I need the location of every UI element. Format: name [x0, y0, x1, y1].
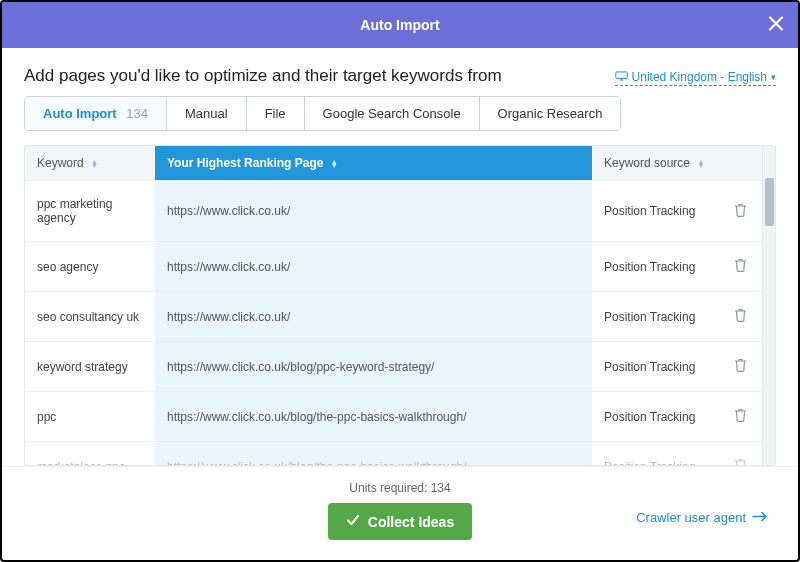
col-page-header[interactable]: Your Highest Ranking Page ▲▼ [155, 146, 592, 181]
sort-icon: ▲▼ [91, 160, 98, 168]
trash-icon[interactable] [734, 261, 747, 275]
col-source-header[interactable]: Keyword source ▲▼ [592, 146, 722, 181]
close-icon[interactable] [768, 14, 784, 37]
check-icon [346, 513, 360, 530]
auto-import-modal: Auto Import Add pages you'd like to opti… [0, 0, 800, 562]
cell-delete [722, 292, 762, 342]
chevron-down-icon: ▾ [771, 72, 776, 82]
sort-icon: ▲▼ [331, 160, 338, 168]
arrow-right-icon [752, 509, 768, 524]
cell-source: Position Tracking [592, 242, 722, 292]
table-row: marketplace ppc https://www.click.co.uk/… [25, 442, 762, 466]
cell-page: https://www.click.co.uk/blog/the-ppc-bas… [155, 392, 592, 442]
table-row: ppc https://www.click.co.uk/blog/the-ppc… [25, 392, 762, 442]
cell-source: Position Tracking [592, 392, 722, 442]
cell-source: Position Tracking [592, 181, 722, 242]
cell-keyword: marketplace ppc [25, 442, 155, 466]
keywords-table: Keyword ▲▼ Your Highest Ranking Page ▲▼ … [25, 146, 762, 465]
modal-body: Add pages you'd like to optimize and the… [2, 48, 798, 466]
cell-delete [722, 392, 762, 442]
tab-label: Manual [185, 106, 228, 121]
col-delete-header [722, 146, 762, 181]
cell-page: https://www.click.co.uk/ [155, 242, 592, 292]
cell-delete [722, 442, 762, 466]
tab-file[interactable]: File [247, 97, 305, 130]
cell-delete [722, 342, 762, 392]
tab-gsc[interactable]: Google Search Console [305, 97, 480, 130]
col-keyword-header[interactable]: Keyword ▲▼ [25, 146, 155, 181]
cell-delete [722, 242, 762, 292]
col-label: Keyword source [604, 156, 690, 170]
trash-icon[interactable] [734, 206, 747, 220]
cell-keyword: seo consultancy uk [25, 292, 155, 342]
modal-title: Auto Import [360, 17, 439, 33]
table-scroll[interactable]: Keyword ▲▼ Your Highest Ranking Page ▲▼ … [25, 146, 762, 465]
table-body: ppc marketing agency https://www.click.c… [25, 181, 762, 466]
import-tabs: Auto Import 134 Manual File Google Searc… [24, 96, 621, 131]
col-label: Keyword [37, 156, 84, 170]
tab-label: Google Search Console [323, 106, 461, 121]
collect-ideas-button[interactable]: Collect Ideas [328, 503, 472, 540]
cell-keyword: seo agency [25, 242, 155, 292]
col-label: Your Highest Ranking Page [167, 156, 323, 170]
trash-icon[interactable] [734, 461, 747, 465]
scroll-thumb[interactable] [765, 178, 774, 226]
table-container: Keyword ▲▼ Your Highest Ranking Page ▲▼ … [24, 145, 776, 466]
units-required: Units required: 134 [24, 481, 776, 495]
tab-count: 134 [126, 106, 148, 121]
locale-label: United Kingdom - English [632, 70, 767, 84]
tab-manual[interactable]: Manual [167, 97, 247, 130]
crawler-label: Crawler user agent [636, 509, 746, 524]
tab-label: Organic Research [498, 106, 603, 121]
cell-keyword: ppc marketing agency [25, 181, 155, 242]
cell-keyword: keyword strategy [25, 342, 155, 392]
collect-label: Collect Ideas [368, 514, 454, 530]
tab-auto-import[interactable]: Auto Import 134 [25, 97, 167, 130]
table-row: seo agency https://www.click.co.uk/ Posi… [25, 242, 762, 292]
scrollbar[interactable] [762, 146, 775, 465]
modal-header: Auto Import [2, 2, 798, 48]
cell-keyword: ppc [25, 392, 155, 442]
cell-delete [722, 181, 762, 242]
locale-selector[interactable]: United Kingdom - English ▾ [615, 70, 776, 86]
cell-page: https://www.click.co.uk/blog/the-ppc-bas… [155, 442, 592, 466]
trash-icon[interactable] [734, 361, 747, 375]
table-row: ppc marketing agency https://www.click.c… [25, 181, 762, 242]
tab-label: File [265, 106, 286, 121]
cell-page: https://www.click.co.uk/blog/ppc-keyword… [155, 342, 592, 392]
svg-rect-0 [615, 72, 626, 79]
tab-organic-research[interactable]: Organic Research [480, 97, 621, 130]
tab-label: Auto Import [43, 106, 117, 121]
trash-icon[interactable] [734, 411, 747, 425]
cell-source: Position Tracking [592, 442, 722, 466]
cell-page: https://www.click.co.uk/ [155, 292, 592, 342]
crawler-user-agent-link[interactable]: Crawler user agent [636, 509, 768, 524]
modal-footer: Units required: 134 Collect Ideas Crawle… [2, 466, 798, 560]
subhead-row: Add pages you'd like to optimize and the… [24, 66, 776, 86]
subhead-text: Add pages you'd like to optimize and the… [24, 66, 502, 86]
cell-page: https://www.click.co.uk/ [155, 181, 592, 242]
table-row: seo consultancy uk https://www.click.co.… [25, 292, 762, 342]
sort-icon: ▲▼ [697, 160, 704, 168]
trash-icon[interactable] [734, 311, 747, 325]
cell-source: Position Tracking [592, 292, 722, 342]
monitor-icon [615, 70, 628, 84]
table-header-row: Keyword ▲▼ Your Highest Ranking Page ▲▼ … [25, 146, 762, 181]
table-row: keyword strategy https://www.click.co.uk… [25, 342, 762, 392]
cell-source: Position Tracking [592, 342, 722, 392]
